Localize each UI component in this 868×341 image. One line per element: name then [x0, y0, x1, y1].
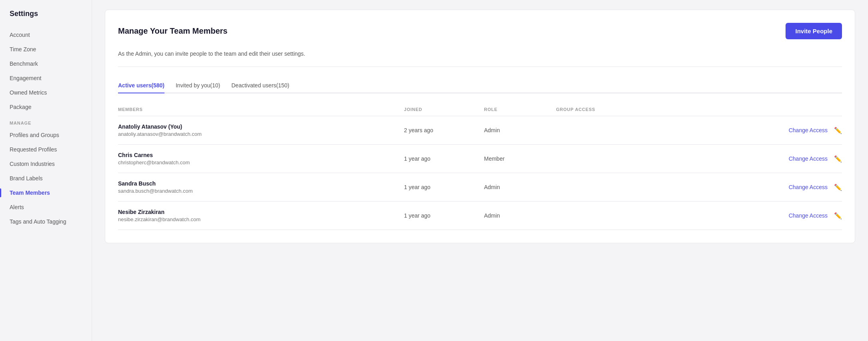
tab-invited-by-you[interactable]: Invited by you(10) [176, 78, 220, 93]
change-access-button-3[interactable]: Change Access [789, 184, 828, 190]
member-role-4: Admin [484, 212, 556, 219]
member-role-2: Member [484, 155, 556, 162]
app-layout: Settings Account Time Zone Benchmark Eng… [0, 0, 868, 341]
app-title: Settings [0, 10, 92, 28]
main-content: Manage Your Team Members Invite People A… [92, 0, 868, 341]
sidebar-item-engagement[interactable]: Engagement [0, 71, 92, 85]
member-info-3: Sandra Busch sandra.busch@brandwatch.com [118, 180, 404, 194]
sidebar-item-owned-metrics[interactable]: Owned Metrics [0, 85, 92, 100]
invite-people-button[interactable]: Invite People [786, 23, 842, 39]
edit-icon-4[interactable]: ✏️ [834, 212, 842, 220]
row-actions-3: Change Access ✏️ [556, 184, 842, 191]
member-email-1: anatoliy.atanasov@brandwatch.com [118, 131, 404, 137]
change-access-button-2[interactable]: Change Access [789, 155, 828, 162]
table-row: Anatoliy Atanasov (You) anatoliy.atanaso… [118, 116, 842, 145]
member-role-3: Admin [484, 184, 556, 190]
change-access-button-4[interactable]: Change Access [789, 212, 828, 219]
card-description: As the Admin, you can invite people to t… [118, 50, 842, 67]
table-row: Nesibe Zirzakiran nesibe.zirzakiran@bran… [118, 202, 842, 230]
member-joined-4: 1 year ago [404, 212, 484, 219]
sidebar-item-requested-profiles[interactable]: Requested Profiles [0, 142, 92, 157]
sidebar-item-team-members[interactable]: Team Members [0, 186, 92, 200]
col-header-group-access: GROUP ACCESS [556, 107, 842, 112]
sidebar-item-tags-and-auto-tagging[interactable]: Tags and Auto Tagging [0, 214, 92, 229]
member-joined-1: 2 years ago [404, 127, 484, 133]
member-info-2: Chris Carnes christopherc@brandwatch.com [118, 152, 404, 165]
member-name-4: Nesibe Zirzakiran [118, 209, 404, 215]
row-actions-1: Change Access ✏️ [556, 127, 842, 134]
tabs-container: Active users(580) Invited by you(10) Dea… [118, 78, 842, 93]
change-access-button-1[interactable]: Change Access [789, 127, 828, 133]
card-header: Manage Your Team Members Invite People [118, 23, 842, 39]
sidebar-item-time-zone[interactable]: Time Zone [0, 42, 92, 56]
table-header: MEMBERS JOINED ROLE GROUP ACCESS [118, 103, 842, 116]
sidebar: Settings Account Time Zone Benchmark Eng… [0, 0, 92, 341]
tab-active-users[interactable]: Active users(580) [118, 78, 164, 93]
row-actions-2: Change Access ✏️ [556, 155, 842, 163]
member-joined-2: 1 year ago [404, 155, 484, 162]
table-row: Chris Carnes christopherc@brandwatch.com… [118, 145, 842, 173]
row-actions-4: Change Access ✏️ [556, 212, 842, 220]
member-name-3: Sandra Busch [118, 180, 404, 187]
member-info-1: Anatoliy Atanasov (You) anatoliy.atanaso… [118, 123, 404, 137]
sidebar-item-alerts[interactable]: Alerts [0, 200, 92, 214]
sidebar-item-brand-labels[interactable]: Brand Labels [0, 171, 92, 186]
sidebar-item-benchmark[interactable]: Benchmark [0, 56, 92, 71]
col-header-members: MEMBERS [118, 107, 404, 112]
sidebar-manage-nav: Profiles and Groups Requested Profiles C… [0, 128, 92, 229]
settings-card: Manage Your Team Members Invite People A… [105, 10, 855, 243]
sidebar-item-account[interactable]: Account [0, 28, 92, 42]
edit-icon-1[interactable]: ✏️ [834, 127, 842, 134]
table-row: Sandra Busch sandra.busch@brandwatch.com… [118, 173, 842, 202]
edit-icon-3[interactable]: ✏️ [834, 184, 842, 191]
sidebar-manage-label: Manage [0, 114, 92, 128]
member-email-2: christopherc@brandwatch.com [118, 159, 404, 165]
member-joined-3: 1 year ago [404, 184, 484, 190]
col-header-role: ROLE [484, 107, 556, 112]
member-email-4: nesibe.zirzakiran@brandwatch.com [118, 216, 404, 222]
member-name-2: Chris Carnes [118, 152, 404, 158]
members-table: MEMBERS JOINED ROLE GROUP ACCESS Anatoli… [118, 103, 842, 230]
edit-icon-2[interactable]: ✏️ [834, 155, 842, 163]
sidebar-item-custom-industries[interactable]: Custom Industries [0, 157, 92, 171]
sidebar-main-nav: Account Time Zone Benchmark Engagement O… [0, 28, 92, 114]
member-email-3: sandra.busch@brandwatch.com [118, 188, 404, 194]
member-name-1: Anatoliy Atanasov (You) [118, 123, 404, 130]
col-header-joined: JOINED [404, 107, 484, 112]
member-role-1: Admin [484, 127, 556, 133]
sidebar-item-package[interactable]: Package [0, 100, 92, 114]
tab-deactivated-users[interactable]: Deactivated users(150) [231, 78, 289, 93]
member-info-4: Nesibe Zirzakiran nesibe.zirzakiran@bran… [118, 209, 404, 222]
sidebar-item-profiles-and-groups[interactable]: Profiles and Groups [0, 128, 92, 142]
page-title: Manage Your Team Members [118, 26, 227, 36]
